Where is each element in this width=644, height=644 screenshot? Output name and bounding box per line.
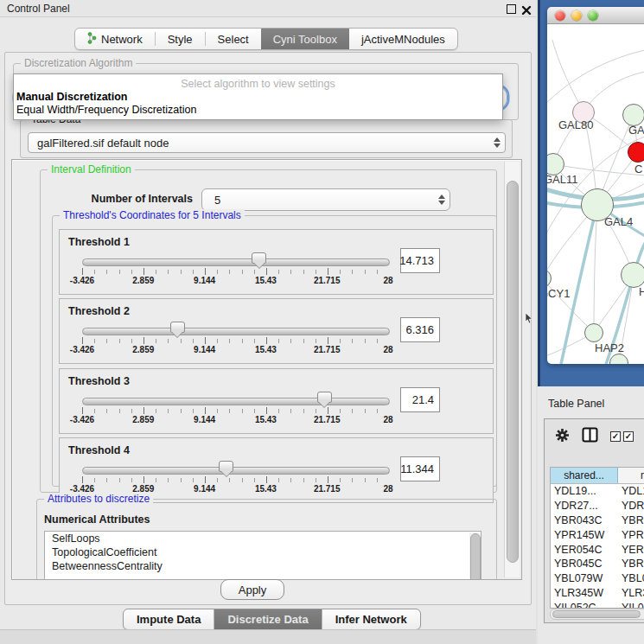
- slider-ticks-major: [82, 476, 389, 483]
- threshold-1-label: Threshold 1: [68, 236, 130, 248]
- threshold-2-value-field[interactable]: 6.316: [400, 317, 440, 342]
- threshold-2-slider-thumb[interactable]: [170, 322, 185, 333]
- mac-minimize-icon[interactable]: [571, 10, 582, 21]
- tab-network[interactable]: Network: [75, 29, 155, 49]
- table-data-group: Table Data galFiltered.sif default node: [20, 119, 513, 158]
- attributes-group-title: Attributes to discretize: [44, 493, 153, 505]
- algorithm-dropdown-popup: Select algorithm to view settings Manual…: [13, 73, 503, 120]
- number-of-intervals-label: Number of Intervals: [67, 193, 193, 205]
- panel-scrollbar-thumb[interactable]: [507, 181, 519, 563]
- threshold-1-slider-track[interactable]: [82, 258, 390, 266]
- threshold-2-box: Threshold 2 -3.4262.8599.14415.4321.7152…: [59, 298, 494, 364]
- network-window-frame: GAL80 GA C GAL11 GAL4 GCY1 H HAP2: [547, 7, 644, 364]
- float-window-icon[interactable]: [507, 4, 516, 14]
- close-icon[interactable]: [521, 3, 532, 14]
- checkbox-icon[interactable]: ✓: [610, 431, 621, 442]
- tick-label: 9.144: [194, 484, 215, 494]
- tab-discretize-data[interactable]: Discretize Data: [214, 609, 322, 629]
- attribute-item[interactable]: SelfLoops: [45, 532, 481, 545]
- table-row[interactable]: YBR045CYBR0: [551, 557, 644, 571]
- table-data-combobox[interactable]: galFiltered.sif default node: [28, 132, 506, 153]
- table-cell: YBL0: [618, 572, 644, 584]
- table-cell: YBR043C: [551, 514, 618, 526]
- network-canvas[interactable]: GAL80 GA C GAL11 GAL4 GCY1 H HAP2: [547, 24, 644, 364]
- table-row[interactable]: YDR27...YDR2: [551, 499, 644, 513]
- table-panel-box: ✓ ✓ shared... n YDL19...YDL1YDR27...YDR2…: [544, 418, 644, 623]
- table-row[interactable]: YIL052CYIL0: [551, 600, 644, 609]
- tab-select[interactable]: Select: [206, 29, 261, 49]
- table-row[interactable]: YER054CYER0: [551, 542, 644, 557]
- tick-label: 2.859: [132, 345, 154, 354]
- tab-jactivemnodules[interactable]: jActiveMNodules: [349, 29, 457, 49]
- control-panel-title: Control Panel: [7, 3, 70, 15]
- threshold-3-slider-track[interactable]: [82, 398, 390, 405]
- network-node[interactable]: [621, 262, 644, 288]
- table-row[interactable]: YPR145WYPR1: [551, 527, 644, 542]
- control-panel-window: Control Panel Network Style Select Cyni …: [0, 0, 536, 644]
- table-horizontal-scrollbar[interactable]: [550, 609, 644, 620]
- table-panel-toolbar: ✓ ✓: [555, 427, 634, 446]
- node-label-partial: GA: [628, 124, 644, 137]
- mac-zoom-icon[interactable]: [588, 10, 598, 21]
- numerical-attributes-list[interactable]: SelfLoopsTopologicalCoefficientBetweenne…: [44, 531, 481, 580]
- tab-network-label: Network: [101, 33, 143, 46]
- table-cell: YDL1: [618, 485, 644, 497]
- table-cell: YIL0: [618, 602, 644, 609]
- threshold-3-value-field[interactable]: 21.4: [400, 387, 440, 412]
- threshold-4-value-field[interactable]: 11.344: [400, 456, 440, 481]
- table-cell: YPR1: [618, 529, 644, 541]
- attribute-item[interactable]: TopologicalCoefficient: [45, 545, 481, 559]
- tab-impute-data[interactable]: Impute Data: [124, 609, 214, 629]
- threshold-1-slider-thumb[interactable]: [252, 252, 266, 264]
- columns-icon[interactable]: [582, 427, 598, 446]
- apply-button[interactable]: Apply: [220, 579, 284, 600]
- table-row[interactable]: YLR345WYLR3: [551, 586, 644, 601]
- network-node-selected[interactable]: [628, 142, 644, 163]
- table-cell: YLR345W: [551, 587, 618, 599]
- network-view-window: GAL80 GA C GAL11 GAL4 GCY1 H HAP2: [538, 0, 644, 386]
- table-cell: YLR3: [618, 587, 644, 599]
- table-horizontal-scrollbar-thumb[interactable]: [552, 610, 641, 618]
- table-row[interactable]: YDL19...YDL1: [551, 484, 644, 499]
- gear-icon[interactable]: [555, 428, 570, 446]
- table-cell: YBR0: [618, 514, 644, 526]
- checkbox-icon[interactable]: ✓: [623, 431, 634, 442]
- threshold-1-value-field[interactable]: 14.713: [400, 248, 440, 273]
- tick-label: 21.715: [314, 345, 341, 354]
- tick-label: -3.426: [70, 415, 94, 424]
- column-header-name[interactable]: n: [618, 468, 644, 483]
- tick-label: 9.144: [194, 415, 215, 424]
- table-panel: Table Panel ✓ ✓: [538, 386, 644, 644]
- table-cell: YER054C: [551, 544, 618, 556]
- network-window-titlebar[interactable]: [547, 7, 644, 24]
- threshold-1-box: Threshold 1 -3.4262.8599.14415.4321.7152…: [59, 229, 494, 295]
- tab-cyni-toolbox[interactable]: Cyni Toolbox: [261, 29, 349, 49]
- node-label-partial: H: [639, 285, 644, 298]
- attributes-scrollbar-thumb[interactable]: [470, 533, 481, 580]
- number-of-intervals-spinner[interactable]: 5: [201, 188, 450, 211]
- combo-stepper-icon: [489, 137, 505, 148]
- node-label-hap2: HAP2: [595, 341, 624, 354]
- column-header-shared-name[interactable]: shared...: [551, 468, 618, 483]
- threshold-2-slider-track[interactable]: [82, 328, 390, 335]
- table-row[interactable]: YBR043CYBR0: [551, 513, 644, 528]
- tab-style[interactable]: Style: [156, 29, 205, 49]
- table-row[interactable]: YBL079WYBL0: [551, 571, 644, 586]
- thresholds-group: Threshold's Coordinates for 5 Intervals …: [52, 215, 497, 487]
- threshold-4-slider-track[interactable]: [82, 467, 390, 475]
- node-label-gal4: GAL4: [604, 215, 633, 228]
- table-cell: YER0: [618, 544, 644, 556]
- threshold-4-slider-thumb[interactable]: [219, 461, 233, 472]
- attribute-item[interactable]: BetweennessCentrality: [45, 559, 481, 573]
- panel-scrollbar[interactable]: [504, 162, 520, 577]
- network-node[interactable]: [584, 323, 603, 342]
- node-label-partial: C: [634, 163, 642, 175]
- interval-definition-group: Interval Definition Number of Intervals …: [40, 169, 497, 493]
- dropdown-option-equal-width-frequency[interactable]: Equal Width/Frequency Discretization: [16, 104, 196, 116]
- threshold-3-slider-thumb[interactable]: [317, 392, 332, 403]
- dropdown-option-manual-discretization[interactable]: Manual Discretization: [16, 91, 128, 103]
- tab-infer-network[interactable]: Infer Network: [322, 609, 420, 629]
- attributes-scrollbar[interactable]: [469, 532, 480, 580]
- mac-close-icon[interactable]: [555, 10, 565, 21]
- slider-tick-labels: -3.4262.8599.14415.4321.71528: [82, 276, 388, 287]
